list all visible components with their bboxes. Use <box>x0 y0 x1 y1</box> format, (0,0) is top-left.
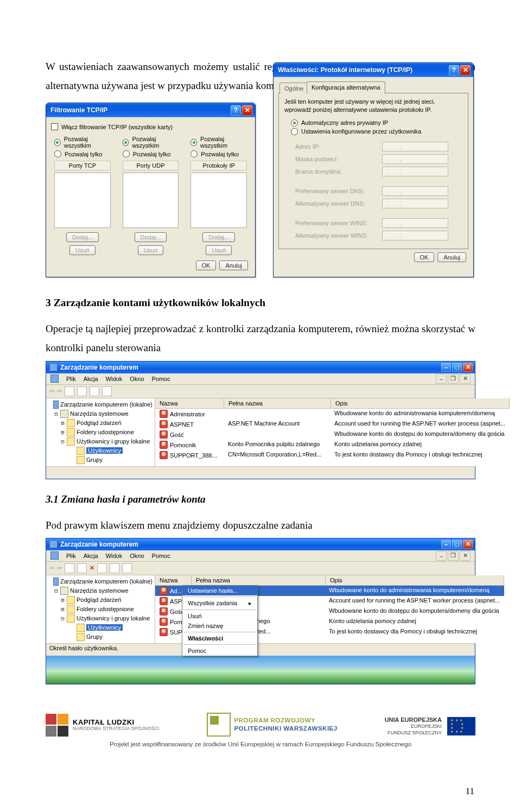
radio-allow-only-tcp[interactable]: Pozwalaj tylko <box>54 150 111 157</box>
remove-udp-button[interactable]: Usuń <box>138 245 164 255</box>
input-wins1[interactable]: . . . <box>382 218 448 228</box>
input-ip[interactable]: . . . <box>382 142 448 151</box>
tree-usersgroups[interactable]: Użytkownicy i grupy lokalne <box>77 438 150 445</box>
col-desc[interactable]: Opis <box>331 398 510 408</box>
mmc-tree[interactable]: Zarządzanie komputerem (lokalne) ⊟Narzęd… <box>46 398 155 466</box>
tree-root[interactable]: Zarządzanie komputerem (lokalne) <box>60 578 153 585</box>
inner-close[interactable]: ✕ <box>460 374 471 384</box>
input-dns2[interactable]: . . . <box>382 199 448 208</box>
forward-icon[interactable]: ⇨ <box>57 564 62 572</box>
input-mask[interactable]: . . . <box>382 154 448 164</box>
menu-help[interactable]: Pomoc <box>152 376 170 382</box>
maximize-button[interactable]: □ <box>452 363 462 372</box>
delete-icon[interactable]: ✕ <box>90 564 94 572</box>
toolbar-icon[interactable] <box>77 386 87 396</box>
col-fullname[interactable]: Pełna nazwa <box>192 575 326 585</box>
udp-list[interactable] <box>123 173 179 228</box>
toolbar-icon[interactable] <box>102 386 112 396</box>
toolbar-icon[interactable] <box>65 563 74 573</box>
toolbar-icon[interactable] <box>77 563 87 573</box>
radio-allow-all-udp[interactable]: Pozwalaj wszystkim <box>123 136 179 149</box>
tree-users[interactable]: Użytkownicy <box>86 447 123 454</box>
add-tcp-button[interactable]: Dodaj... <box>66 232 99 242</box>
tree-root[interactable]: Zarządzanie komputerem (lokalne) <box>60 401 153 408</box>
menu-file[interactable]: Plik <box>66 553 76 559</box>
tree-events[interactable]: Podgląd zdarzeń <box>77 420 122 426</box>
inner-restore[interactable]: ❐ <box>448 374 459 384</box>
input-wins2[interactable]: . . . <box>382 231 448 240</box>
table-row[interactable]: SUPPORT_388945a0CN=Microsoft Corporation… <box>155 450 510 460</box>
toolbar-icon[interactable] <box>65 386 74 396</box>
radio-auto-ip[interactable]: Automatyczny adres prywatny IP <box>291 119 462 126</box>
minimize-button[interactable]: – <box>441 540 451 549</box>
menu-action[interactable]: Akcja <box>84 376 98 382</box>
tab-general[interactable]: Ogólne <box>279 83 308 94</box>
inner-min[interactable]: – <box>436 551 447 561</box>
toolbar-icon[interactable] <box>122 563 132 573</box>
ctx-rename[interactable]: Zmień nazwę <box>182 621 257 631</box>
inner-close[interactable]: ✕ <box>460 551 471 561</box>
ip-list[interactable] <box>190 173 247 228</box>
ctx-delete[interactable]: Usuń <box>182 611 257 621</box>
back-icon[interactable]: ⇦ <box>49 388 54 395</box>
input-gateway[interactable]: . . . <box>382 167 448 176</box>
forward-icon[interactable]: ⇨ <box>57 388 62 395</box>
tab-alt-config[interactable]: Konfiguracja alternatywna <box>307 81 385 94</box>
tree-users[interactable]: Użytkownicy <box>86 624 123 631</box>
menu-view[interactable]: Widok <box>106 553 123 559</box>
close-button[interactable]: ✕ <box>463 363 473 372</box>
col-name[interactable]: Nazwa <box>155 398 224 408</box>
tree-shared[interactable]: Foldery udostępnione <box>77 606 134 612</box>
menu-window[interactable]: Okno <box>130 553 144 559</box>
tree-tools[interactable]: Narzędzia systemowe <box>70 410 129 417</box>
toolbar-icon[interactable] <box>110 563 119 573</box>
add-ip-button[interactable]: Dodaj... <box>202 232 235 242</box>
cancel-button[interactable]: Anuluj <box>437 252 466 262</box>
close-button[interactable]: ✕ <box>460 65 471 75</box>
cancel-button[interactable]: Anuluj <box>219 261 248 270</box>
ctx-help[interactable]: Pomoc <box>182 646 257 656</box>
ctx-all-tasks[interactable]: Wszystkie zadania▸ <box>182 598 257 608</box>
radio-allow-only-ip[interactable]: Pozwalaj tylko <box>190 150 247 157</box>
radio-user-config[interactable]: Ustawienia konfigurowane przez użytkowni… <box>291 128 462 135</box>
toolbar-icon[interactable] <box>90 386 99 396</box>
col-name[interactable]: Nazwa <box>155 575 192 585</box>
tree-groups[interactable]: Grupy <box>86 633 103 640</box>
inner-restore[interactable]: ❐ <box>448 551 459 561</box>
remove-tcp-button[interactable]: Usuń <box>69 245 96 255</box>
tcp-list[interactable] <box>54 173 111 228</box>
col-desc[interactable]: Opis <box>326 575 504 585</box>
tree-events[interactable]: Podgląd zdarzeń <box>77 597 122 603</box>
menu-file[interactable]: Plik <box>66 376 76 382</box>
tree-usersgroups[interactable]: Użytkownicy i grupy lokalne <box>77 615 150 621</box>
table-row[interactable]: PomocnikKonto Pomocnika pulpitu zdalnego… <box>155 440 510 450</box>
remove-ip-button[interactable]: Usuń <box>206 245 232 255</box>
back-icon[interactable]: ⇦ <box>49 564 54 572</box>
add-udp-button[interactable]: Dodaj... <box>135 232 167 242</box>
ctx-set-password[interactable]: Ustawianie hasła... <box>182 586 257 595</box>
table-row[interactable]: ASPNETASP.NET Machine AccountAccount use… <box>155 419 510 429</box>
close-button[interactable]: ✕ <box>463 540 473 549</box>
table-row[interactable]: GośćWbudowane konto do dostępu do komput… <box>155 429 510 440</box>
ok-button[interactable]: OK <box>414 252 435 262</box>
enable-filter-checkbox[interactable]: Włącz filtrowanie TCP/IP (wszystkie kart… <box>51 123 250 130</box>
menu-help[interactable]: Pomoc <box>152 553 170 559</box>
mmc-tree[interactable]: Zarządzanie komputerem (lokalne) ⊟Narzęd… <box>46 575 155 643</box>
toolbar-icon[interactable] <box>97 563 107 573</box>
table-row[interactable]: AdministratorWbudowane konto do administ… <box>155 409 510 419</box>
input-dns1[interactable]: . . . <box>382 186 448 196</box>
radio-allow-all-ip[interactable]: Pozwalaj wszystkim <box>190 136 247 149</box>
inner-min[interactable]: – <box>436 374 447 384</box>
help-button[interactable]: ? <box>231 105 241 116</box>
ctx-properties[interactable]: Właściwości <box>182 633 257 643</box>
menu-window[interactable]: Okno <box>130 376 144 382</box>
menu-action[interactable]: Akcja <box>84 553 98 559</box>
tree-tools[interactable]: Narzędzia systemowe <box>70 587 129 594</box>
minimize-button[interactable]: – <box>441 363 451 372</box>
maximize-button[interactable]: □ <box>452 540 462 549</box>
ok-button[interactable]: OK <box>196 261 217 270</box>
menu-view[interactable]: Widok <box>106 376 123 382</box>
tree-shared[interactable]: Foldery udostępnione <box>77 429 134 435</box>
help-button[interactable]: ? <box>449 65 459 75</box>
mmc-list[interactable]: Nazwa Pełna nazwa Opis AdministratorWbud… <box>155 398 510 466</box>
